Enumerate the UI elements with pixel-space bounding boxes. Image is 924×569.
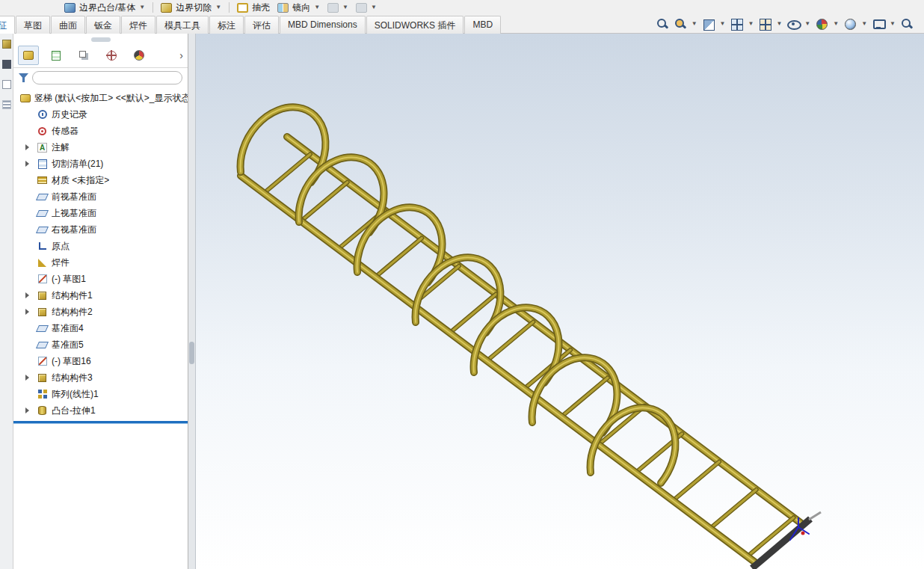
splitter-grip[interactable]: [189, 342, 194, 364]
dropdown-caret-icon[interactable]: ▼: [861, 21, 867, 27]
apply-scene-icon[interactable]: [843, 17, 857, 31]
dimxpertmanager-tab[interactable]: [101, 46, 122, 65]
tree-item-origin[interactable]: 原点: [13, 238, 188, 254]
expand-arrow-icon[interactable]: [25, 161, 33, 167]
edit-appearance-icon[interactable]: [815, 17, 828, 31]
edge-tool-icon-4[interactable]: [2, 100, 11, 109]
view-settings-icon[interactable]: [872, 17, 885, 31]
expand-arrow-icon[interactable]: [25, 144, 33, 150]
history-glyph: [38, 110, 47, 119]
tab-钣金[interactable]: 钣金: [86, 16, 120, 34]
toolbar-button-shell[interactable]: 抽壳: [237, 1, 270, 14]
toolbar-button-boundary-boss[interactable]: 边界凸台/基体▼: [64, 1, 145, 14]
dropdown-caret-icon[interactable]: ▼: [215, 4, 221, 10]
magnifier-icon[interactable]: [900, 17, 914, 31]
toolbar-button-boundary-cut[interactable]: 边界切除▼: [161, 1, 221, 14]
tree-item-history[interactable]: 历史记录: [13, 106, 188, 123]
tree-item-cut-list[interactable]: 切割清单(21): [13, 156, 188, 172]
pattern-icon: [37, 389, 48, 400]
ladder-near-rail[interactable]: [241, 176, 755, 562]
expand-arrow-icon[interactable]: [25, 292, 33, 298]
dropdown-caret-icon[interactable]: ▼: [371, 4, 377, 10]
panel-viewport-splitter[interactable]: [188, 34, 196, 569]
tree-item-weldment[interactable]: 焊件: [13, 254, 188, 271]
dropdown-caret-icon[interactable]: ▼: [890, 21, 896, 27]
view-orientation-icon[interactable]: [730, 17, 743, 31]
tab-焊件[interactable]: 焊件: [121, 16, 155, 34]
mirror-icon: [277, 3, 289, 13]
model-canvas[interactable]: [196, 34, 924, 569]
ladder-end-cap[interactable]: [752, 512, 821, 568]
tab-模具工具[interactable]: 模具工具: [156, 16, 209, 34]
hide-show-items-icon[interactable]: [786, 17, 800, 31]
tree-item-sensors[interactable]: 传感器: [13, 123, 188, 139]
plane-icon: [37, 224, 48, 236]
expand-arrow-icon[interactable]: [25, 375, 33, 381]
tab-草图[interactable]: 草图: [16, 16, 50, 34]
tab-solidworks-插件[interactable]: SOLIDWORKS 插件: [366, 16, 464, 34]
tree-item-structural-member1[interactable]: 结构构件1: [13, 287, 188, 304]
toolbar-button-label: 镜向: [292, 1, 310, 14]
graphics-viewport[interactable]: [196, 34, 924, 569]
ladder-far-rail[interactable]: [287, 137, 801, 523]
tree-item-front-plane[interactable]: 前视基准面: [13, 188, 188, 205]
dropdown-caret-icon[interactable]: ▼: [833, 21, 839, 27]
display-style-icon[interactable]: [758, 17, 771, 31]
dropdown-caret-icon[interactable]: ▼: [804, 21, 810, 27]
panel-expand-chevron-icon[interactable]: ›: [179, 49, 185, 61]
tree-item-label: 材质 <未指定>: [52, 174, 109, 187]
dropdown-caret-icon[interactable]: ▼: [314, 4, 320, 10]
tree-item-linear-pattern1[interactable]: 阵列(线性)1: [13, 386, 188, 402]
tree-item-plane5[interactable]: 基准面5: [13, 336, 188, 353]
toolbar-button-stub2[interactable]: ▼: [356, 3, 377, 13]
toolbar-button-mirror[interactable]: 镜向▼: [277, 1, 320, 14]
toolbar-button-stub1[interactable]: ▼: [327, 3, 348, 13]
edge-tool-icon-3[interactable]: [2, 80, 11, 89]
tree-item-root[interactable]: 竖梯 (默认<按加工> <<默认>_显示状态: [13, 90, 188, 106]
tab-mbd[interactable]: MBD: [464, 16, 501, 34]
ladder-rungs[interactable]: [264, 154, 794, 556]
section-view-icon[interactable]: [702, 17, 715, 31]
edge-tool-icon-2[interactable]: [2, 60, 11, 69]
expand-arrow-icon[interactable]: [25, 407, 33, 413]
tree-item-sketch1[interactable]: (-) 草图1: [13, 271, 188, 287]
configurationmanager-tab[interactable]: [73, 46, 94, 65]
dropdown-caret-icon[interactable]: ▼: [748, 21, 754, 27]
dropdown-caret-icon[interactable]: ▼: [342, 4, 348, 10]
cutlist-icon: [37, 159, 48, 170]
zoom-to-area-icon[interactable]: [674, 17, 687, 31]
tree-item-annotations[interactable]: A注解: [13, 139, 188, 156]
tree-item-material[interactable]: 材质 <未指定>: [13, 172, 188, 188]
tab-mbd-dimensions[interactable]: MBD Dimensions: [280, 16, 366, 34]
displaymanager-tab[interactable]: [129, 46, 150, 65]
propertymanager-tab[interactable]: [46, 46, 67, 65]
zoom-to-fit-icon[interactable]: [656, 17, 669, 31]
tab-评估[interactable]: 评估: [244, 16, 279, 34]
dropdown-caret-icon[interactable]: ▼: [139, 4, 145, 10]
tree-item-right-plane[interactable]: 右视基准面: [13, 221, 188, 238]
plane-icon: [37, 339, 48, 351]
tree-item-top-plane[interactable]: 上视基准面: [13, 205, 188, 221]
featuremanager-tab[interactable]: [18, 46, 39, 65]
tab-特征[interactable]: 特征: [0, 16, 15, 34]
panel-splitter-handle[interactable]: [91, 37, 111, 42]
weldment-icon: [37, 257, 48, 268]
plane-glyph: [36, 194, 49, 200]
tree-filter-input[interactable]: [32, 71, 182, 84]
safety-cage-hoops[interactable]: [241, 107, 676, 483]
tree-item-label: 传感器: [52, 125, 78, 138]
tree-item-boss-extrude1[interactable]: 凸台-拉伸1: [13, 402, 188, 419]
tab-标注[interactable]: 标注: [209, 16, 244, 34]
dropdown-caret-icon[interactable]: ▼: [720, 21, 726, 27]
tab-曲面[interactable]: 曲面: [51, 16, 85, 34]
rollback-bar[interactable]: [13, 421, 188, 423]
dropdown-caret-icon[interactable]: ▼: [776, 21, 782, 27]
dropdown-caret-icon[interactable]: ▼: [692, 21, 697, 27]
tree-item-structural-member3[interactable]: 结构构件3: [13, 369, 188, 386]
history-icon: [37, 109, 48, 120]
edge-tool-icon-1[interactable]: [2, 40, 11, 49]
tree-item-sketch16[interactable]: (-) 草图16: [13, 353, 188, 369]
expand-arrow-icon[interactable]: [25, 309, 33, 315]
tree-item-structural-member2[interactable]: 结构构件2: [13, 304, 188, 320]
tree-item-plane4[interactable]: 基准面4: [13, 320, 188, 336]
